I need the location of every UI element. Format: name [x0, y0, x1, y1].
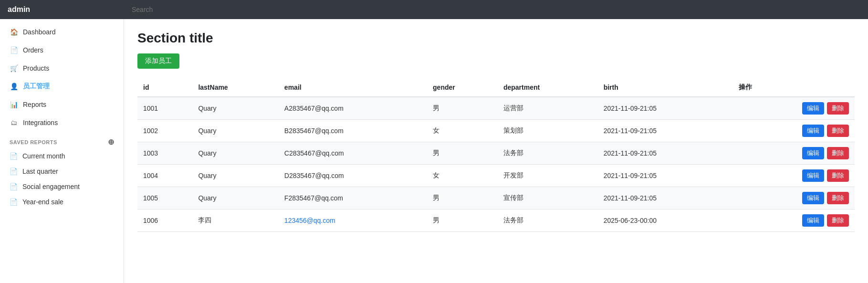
sidebar-saved-social-engagement[interactable]: 📄 Social engagement [0, 179, 124, 194]
cell-gender: 男 [427, 97, 498, 120]
cell-birth: 2021-11-09-21:05 [598, 165, 733, 187]
sidebar-label-dashboard: Dashboard [23, 28, 56, 36]
layers-icon: 🗂 [10, 118, 18, 127]
sidebar-item-integrations[interactable]: 🗂 Integrations [0, 114, 124, 132]
sidebar-item-orders[interactable]: 📄 Orders [0, 41, 124, 59]
sidebar-label-integrations: Integrations [23, 119, 58, 126]
cell-email: A2835467@qq.com [279, 97, 427, 120]
cart-icon: 🛒 [10, 64, 18, 73]
delete-button[interactable]: 删除 [827, 125, 849, 137]
cell-action: 编辑 删除 [733, 142, 855, 165]
sidebar-saved-year-end-sale[interactable]: 📄 Year-end sale [0, 194, 124, 210]
cell-gender: 女 [427, 165, 498, 187]
cell-id: 1006 [137, 210, 192, 232]
cell-department: 宣传部 [498, 187, 598, 210]
cell-department: 策划部 [498, 120, 598, 142]
cell-action: 编辑 删除 [733, 187, 855, 210]
cell-id: 1005 [137, 187, 192, 210]
cell-action: 编辑 删除 [733, 120, 855, 142]
cell-id: 1003 [137, 142, 192, 165]
col-gender: gender [427, 78, 498, 97]
cell-birth: 2021-11-09-21:05 [598, 120, 733, 142]
add-saved-report-icon[interactable]: ⊕ [108, 137, 115, 147]
cell-gender: 女 [427, 120, 498, 142]
cell-lastname: Quary [192, 97, 278, 120]
doc-icon-last-quarter: 📄 [10, 168, 18, 175]
col-department: department [498, 78, 598, 97]
topbar: admin [0, 0, 868, 19]
home-icon: 🏠 [10, 28, 18, 36]
saved-report-last-quarter: Last quarter [22, 168, 58, 175]
cell-department: 法务部 [498, 210, 598, 232]
saved-reports-section: SAVED REPORTS ⊕ [0, 132, 124, 148]
page-title: Section title [137, 31, 855, 46]
cell-email: F2835467@qq.com [279, 187, 427, 210]
orders-icon: 📄 [10, 46, 18, 54]
sidebar-item-employees[interactable]: 👤 员工管理 [0, 77, 124, 95]
col-email: email [279, 78, 427, 97]
edit-button[interactable]: 编辑 [802, 125, 824, 137]
cell-birth: 2021-11-09-21:05 [598, 187, 733, 210]
add-employee-button[interactable]: 添加员工 [137, 53, 179, 69]
table-row: 1001 Quary A2835467@qq.com 男 运营部 2021-11… [137, 97, 855, 120]
saved-reports-label: SAVED REPORTS [10, 139, 57, 145]
sidebar-item-reports[interactable]: 📊 Reports [0, 95, 124, 114]
sidebar-item-products[interactable]: 🛒 Products [0, 59, 124, 77]
edit-button[interactable]: 编辑 [802, 147, 824, 159]
cell-id: 1004 [137, 165, 192, 187]
delete-button[interactable]: 删除 [827, 169, 849, 182]
edit-button[interactable]: 编辑 [802, 169, 824, 182]
cell-id: 1002 [137, 120, 192, 142]
table-row: 1004 Quary D2835467@qq.com 女 开发部 2021-11… [137, 165, 855, 187]
doc-icon-current-month: 📄 [10, 152, 18, 160]
doc-icon-social: 📄 [10, 183, 18, 190]
sidebar-label-orders: Orders [23, 46, 43, 54]
search-input[interactable] [132, 6, 860, 13]
delete-button[interactable]: 删除 [827, 214, 849, 227]
cell-gender: 男 [427, 142, 498, 165]
saved-report-social-engagement: Social engagement [22, 183, 80, 190]
cell-id: 1001 [137, 97, 192, 120]
cell-department: 运营部 [498, 97, 598, 120]
cell-email: D2835467@qq.com [279, 165, 427, 187]
employee-table: id lastName email gender department birt… [137, 78, 855, 232]
col-id: id [137, 78, 192, 97]
cell-lastname: Quary [192, 142, 278, 165]
cell-birth: 2025-06-23-00:00 [598, 210, 733, 232]
saved-report-year-end-sale: Year-end sale [22, 198, 63, 206]
saved-report-current-month: Current month [22, 152, 65, 160]
col-lastname: lastName [192, 78, 278, 97]
table-row: 1002 Quary B2835467@qq.com 女 策划部 2021-11… [137, 120, 855, 142]
cell-lastname: Quary [192, 120, 278, 142]
col-birth: birth [598, 78, 733, 97]
cell-action: 编辑 删除 [733, 165, 855, 187]
col-action: 操作 [733, 78, 855, 97]
cell-lastname: Quary [192, 165, 278, 187]
cell-department: 法务部 [498, 142, 598, 165]
cell-lastname: 李四 [192, 210, 278, 232]
cell-department: 开发部 [498, 165, 598, 187]
edit-button[interactable]: 编辑 [802, 192, 824, 204]
edit-button[interactable]: 编辑 [802, 214, 824, 227]
cell-birth: 2021-11-09-21:05 [598, 97, 733, 120]
brand-label: admin [8, 5, 132, 14]
sidebar-item-dashboard[interactable]: 🏠 Dashboard [0, 23, 124, 41]
table-header-row: id lastName email gender department birt… [137, 78, 855, 97]
delete-button[interactable]: 删除 [827, 192, 849, 204]
sidebar-saved-last-quarter[interactable]: 📄 Last quarter [0, 164, 124, 179]
delete-button[interactable]: 删除 [827, 102, 849, 115]
sidebar-saved-current-month[interactable]: 📄 Current month [0, 148, 124, 164]
chart-icon: 📊 [10, 100, 18, 109]
cell-action: 编辑 删除 [733, 210, 855, 232]
cell-lastname: Quary [192, 187, 278, 210]
table-row: 1005 Quary F2835467@qq.com 男 宣传部 2021-11… [137, 187, 855, 210]
sidebar-label-employees: 员工管理 [23, 82, 50, 91]
main-layout: 🏠 Dashboard 📄 Orders 🛒 Products 👤 员工管理 📊… [0, 19, 868, 283]
cell-gender: 男 [427, 187, 498, 210]
main-content: Section title 添加员工 id lastName email gen… [124, 19, 868, 283]
cell-email: B2835467@qq.com [279, 120, 427, 142]
table-row: 1006 李四 123456@qq.com 男 法务部 2025-06-23-0… [137, 210, 855, 232]
edit-button[interactable]: 编辑 [802, 102, 824, 115]
sidebar-label-reports: Reports [23, 101, 46, 108]
delete-button[interactable]: 删除 [827, 147, 849, 159]
